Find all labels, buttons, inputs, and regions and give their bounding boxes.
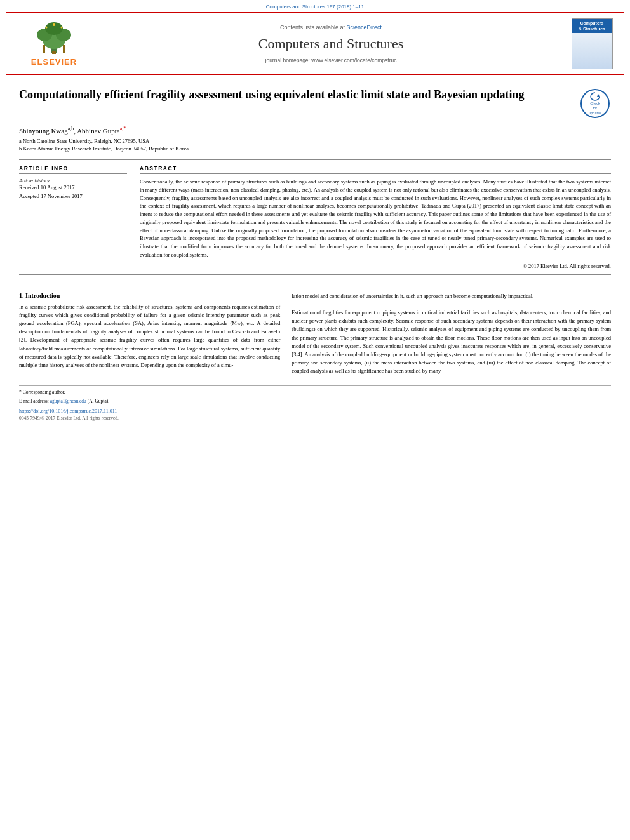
check-updates-circle: Check for updates xyxy=(580,89,610,118)
abstract-text: Conventionally, the seismic response of … xyxy=(140,178,611,259)
journal-thumbnail-area: Computers & Structures xyxy=(566,18,617,69)
article-content: Computationally efficient fragility asse… xyxy=(0,75,630,429)
affiliation-b: b Korea Atomic Energy Research Institute… xyxy=(19,145,611,153)
elsevier-tree-icon xyxy=(29,21,79,56)
contents-line: Contents lists available at ScienceDirec… xyxy=(280,24,382,30)
svg-point-9 xyxy=(46,27,48,29)
article-accepted: Accepted 17 November 2017 xyxy=(19,193,127,199)
check-updates-badge: Check for updates xyxy=(579,88,611,119)
article-title-block: Computationally efficient fragility asse… xyxy=(19,88,611,119)
affiliation-a: a North Carolina State University, Ralei… xyxy=(19,137,611,145)
article-title: Computationally efficient fragility asse… xyxy=(19,88,573,102)
elsevier-logo-area: ELSEVIER xyxy=(13,18,95,69)
svg-rect-6 xyxy=(63,45,65,53)
journal-header: ELSEVIER Contents lists available at Sci… xyxy=(6,12,624,75)
article-received: Received 10 August 2017 xyxy=(19,184,127,190)
email-address[interactable]: agupta1@ncsu.edu xyxy=(50,398,86,404)
footer-doi[interactable]: https://doi.org/10.1016/j.compstruc.2017… xyxy=(19,408,611,414)
top-url-bar: Computers and Structures 197 (2018) 1–11 xyxy=(0,0,630,12)
abstract-heading: ABSTRACT xyxy=(140,165,611,174)
section-divider xyxy=(19,284,611,284)
svg-rect-5 xyxy=(43,45,45,53)
footnote-email: E-mail address: agupta1@ncsu.edu (A. Gup… xyxy=(19,397,611,404)
elsevier-logo: ELSEVIER xyxy=(29,21,79,67)
author2-super: a,* xyxy=(120,126,126,131)
article-info-heading: ARTICLE INFO xyxy=(19,165,127,174)
abstract-col: ABSTRACT Conventionally, the seismic res… xyxy=(140,165,611,269)
article-info-col: ARTICLE INFO Article history: Received 1… xyxy=(19,165,127,269)
svg-point-10 xyxy=(61,27,63,29)
section1-heading: 1. Introduction xyxy=(19,292,280,299)
author2-name: , Abhinav Gupta xyxy=(74,127,119,135)
email-suffix: (A. Gupta). xyxy=(88,398,109,404)
body-col-right-text: lation model and consideration of uncert… xyxy=(292,292,611,376)
footer-issn: 0045-7949/© 2017 Elsevier Ltd. All right… xyxy=(19,415,611,421)
footnote-area: * Corresponding author. E-mail address: … xyxy=(19,385,611,421)
page-wrapper: Computers and Structures 197 (2018) 1–11 xyxy=(0,0,630,840)
author1-super: a,b xyxy=(68,126,74,131)
svg-point-8 xyxy=(53,23,55,26)
body-col-left: 1. Introduction In a seismic probabilist… xyxy=(19,292,280,380)
affiliations: a North Carolina State University, Ralei… xyxy=(19,137,611,154)
refresh-icon xyxy=(589,91,601,102)
article-history-label: Article history: xyxy=(19,178,127,183)
body-col-left-text: In a seismic probabilistic risk assessme… xyxy=(19,303,280,370)
body-col-right: lation model and consideration of uncert… xyxy=(292,292,611,380)
thumbnail-title: Computers & Structures xyxy=(572,19,612,33)
copyright-line: © 2017 Elsevier Ltd. All rights reserved… xyxy=(140,263,611,269)
footnote-star-note: * Corresponding author. xyxy=(19,389,65,395)
journal-thumbnail: Computers & Structures xyxy=(572,18,613,69)
authors-line: Shinyoung Kwaga,b, Abhinav Guptaa,* xyxy=(19,126,611,135)
journal-volume-info: Computers and Structures 197 (2018) 1–11 xyxy=(266,4,364,10)
thumbnail-body xyxy=(572,33,612,69)
email-label: E-mail address: xyxy=(19,398,49,404)
journal-header-center: Contents lists available at ScienceDirec… xyxy=(95,18,566,69)
author1-name: Shinyoung Kwag xyxy=(19,127,68,135)
homepage-line: journal homepage: www.elsevier.com/locat… xyxy=(265,57,397,63)
svg-rect-7 xyxy=(52,51,56,54)
journal-title: Computers and Structures xyxy=(258,36,404,52)
science-direct-link[interactable]: ScienceDirect xyxy=(347,24,382,30)
body-two-col: 1. Introduction In a seismic probabilist… xyxy=(19,292,611,380)
two-column-info: ARTICLE INFO Article history: Received 1… xyxy=(19,159,611,275)
footnote-star: * Corresponding author. xyxy=(19,389,611,396)
elsevier-wordmark: ELSEVIER xyxy=(31,57,77,67)
check-updates-text: Check for updates xyxy=(589,102,601,115)
